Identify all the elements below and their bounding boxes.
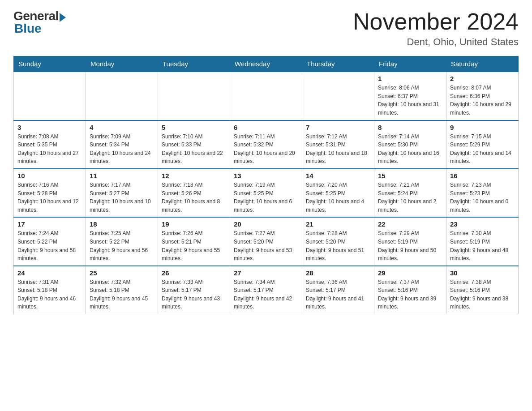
day-number: 26 — [162, 269, 226, 277]
title-section: November 2024 Dent, Ohio, United States — [353, 9, 519, 48]
logo-blue-text: Blue — [14, 21, 42, 36]
day-info: Sunrise: 7:29 AM Sunset: 5:19 PM Dayligh… — [378, 229, 442, 262]
calendar-cell — [230, 72, 302, 120]
calendar-cell: 6Sunrise: 7:11 AM Sunset: 5:32 PM Daylig… — [230, 120, 302, 169]
day-number: 28 — [306, 269, 370, 277]
day-info: Sunrise: 7:31 AM Sunset: 5:18 PM Dayligh… — [17, 278, 82, 311]
day-info: Sunrise: 7:38 AM Sunset: 5:16 PM Dayligh… — [450, 278, 515, 311]
day-number: 8 — [378, 124, 442, 131]
calendar-cell: 21Sunrise: 7:28 AM Sunset: 5:20 PM Dayli… — [302, 217, 374, 265]
day-number: 16 — [450, 172, 515, 180]
calendar-cell — [302, 72, 374, 120]
calendar-cell: 27Sunrise: 7:34 AM Sunset: 5:17 PM Dayli… — [230, 266, 302, 314]
calendar-week-row: 1Sunrise: 8:06 AM Sunset: 6:37 PM Daylig… — [14, 72, 519, 120]
day-number: 17 — [17, 220, 82, 228]
day-header-tuesday: Tuesday — [158, 56, 230, 72]
day-info: Sunrise: 7:15 AM Sunset: 5:29 PM Dayligh… — [450, 133, 515, 166]
calendar-cell: 25Sunrise: 7:32 AM Sunset: 5:18 PM Dayli… — [86, 266, 158, 314]
day-info: Sunrise: 7:21 AM Sunset: 5:24 PM Dayligh… — [378, 181, 442, 214]
calendar-cell — [158, 72, 230, 120]
day-number: 15 — [378, 172, 442, 180]
day-number: 30 — [450, 269, 515, 277]
day-number: 5 — [162, 124, 226, 131]
day-number: 2 — [450, 75, 515, 82]
calendar-cell: 10Sunrise: 7:16 AM Sunset: 5:28 PM Dayli… — [14, 169, 86, 217]
calendar-cell: 26Sunrise: 7:33 AM Sunset: 5:17 PM Dayli… — [158, 266, 230, 314]
calendar-week-row: 10Sunrise: 7:16 AM Sunset: 5:28 PM Dayli… — [14, 169, 519, 217]
logo-arrow-icon — [60, 13, 66, 22]
day-header-monday: Monday — [86, 56, 158, 72]
day-number: 11 — [90, 172, 154, 180]
day-number: 23 — [450, 220, 515, 228]
day-info: Sunrise: 7:32 AM Sunset: 5:18 PM Dayligh… — [90, 278, 154, 311]
day-info: Sunrise: 7:36 AM Sunset: 5:17 PM Dayligh… — [306, 278, 370, 311]
calendar-cell: 8Sunrise: 7:14 AM Sunset: 5:30 PM Daylig… — [374, 120, 446, 169]
day-info: Sunrise: 7:10 AM Sunset: 5:33 PM Dayligh… — [162, 133, 226, 166]
calendar-cell: 4Sunrise: 7:09 AM Sunset: 5:34 PM Daylig… — [86, 120, 158, 169]
day-info: Sunrise: 7:09 AM Sunset: 5:34 PM Dayligh… — [90, 133, 154, 166]
day-header-sunday: Sunday — [14, 56, 86, 72]
day-header-thursday: Thursday — [302, 56, 374, 72]
day-info: Sunrise: 8:07 AM Sunset: 6:36 PM Dayligh… — [450, 84, 515, 117]
day-info: Sunrise: 7:08 AM Sunset: 5:35 PM Dayligh… — [17, 133, 82, 166]
calendar-cell: 22Sunrise: 7:29 AM Sunset: 5:19 PM Dayli… — [374, 217, 446, 265]
day-header-saturday: Saturday — [446, 56, 519, 72]
calendar-cell: 19Sunrise: 7:26 AM Sunset: 5:21 PM Dayli… — [158, 217, 230, 265]
calendar-week-row: 17Sunrise: 7:24 AM Sunset: 5:22 PM Dayli… — [14, 217, 519, 265]
day-info: Sunrise: 7:19 AM Sunset: 5:25 PM Dayligh… — [234, 181, 298, 214]
calendar-cell: 20Sunrise: 7:27 AM Sunset: 5:20 PM Dayli… — [230, 217, 302, 265]
location-subtitle: Dent, Ohio, United States — [353, 36, 519, 48]
calendar-cell: 9Sunrise: 7:15 AM Sunset: 5:29 PM Daylig… — [446, 120, 519, 169]
day-number: 24 — [17, 269, 82, 277]
calendar-header-row: SundayMondayTuesdayWednesdayThursdayFrid… — [14, 56, 519, 72]
calendar-week-row: 3Sunrise: 7:08 AM Sunset: 5:35 PM Daylig… — [14, 120, 519, 169]
day-info: Sunrise: 7:26 AM Sunset: 5:21 PM Dayligh… — [162, 229, 226, 262]
day-number: 25 — [90, 269, 154, 277]
day-number: 27 — [234, 269, 298, 277]
day-info: Sunrise: 7:30 AM Sunset: 5:19 PM Dayligh… — [450, 229, 515, 262]
day-info: Sunrise: 7:12 AM Sunset: 5:31 PM Dayligh… — [306, 133, 370, 166]
calendar-cell: 18Sunrise: 7:25 AM Sunset: 5:22 PM Dayli… — [86, 217, 158, 265]
calendar-cell: 30Sunrise: 7:38 AM Sunset: 5:16 PM Dayli… — [446, 266, 519, 314]
calendar-cell: 1Sunrise: 8:06 AM Sunset: 6:37 PM Daylig… — [374, 72, 446, 120]
day-number: 9 — [450, 124, 515, 131]
calendar-cell: 16Sunrise: 7:23 AM Sunset: 5:23 PM Dayli… — [446, 169, 519, 217]
day-info: Sunrise: 7:24 AM Sunset: 5:22 PM Dayligh… — [17, 229, 82, 262]
day-number: 6 — [234, 124, 298, 131]
page-header: General Blue November 2024 Dent, Ohio, U… — [13, 9, 519, 48]
day-number: 18 — [90, 220, 154, 228]
day-info: Sunrise: 7:20 AM Sunset: 5:25 PM Dayligh… — [306, 181, 370, 214]
day-info: Sunrise: 7:33 AM Sunset: 5:17 PM Dayligh… — [162, 278, 226, 311]
day-header-friday: Friday — [374, 56, 446, 72]
calendar-week-row: 24Sunrise: 7:31 AM Sunset: 5:18 PM Dayli… — [14, 266, 519, 314]
day-info: Sunrise: 7:17 AM Sunset: 5:27 PM Dayligh… — [90, 181, 154, 214]
day-number: 7 — [306, 124, 370, 131]
day-info: Sunrise: 7:28 AM Sunset: 5:20 PM Dayligh… — [306, 229, 370, 262]
calendar-table: SundayMondayTuesdayWednesdayThursdayFrid… — [13, 56, 519, 314]
day-info: Sunrise: 7:34 AM Sunset: 5:17 PM Dayligh… — [234, 278, 298, 311]
day-number: 12 — [162, 172, 226, 180]
calendar-cell — [86, 72, 158, 120]
day-number: 3 — [17, 124, 82, 131]
calendar-cell: 12Sunrise: 7:18 AM Sunset: 5:26 PM Dayli… — [158, 169, 230, 217]
calendar-cell: 11Sunrise: 7:17 AM Sunset: 5:27 PM Dayli… — [86, 169, 158, 217]
day-info: Sunrise: 7:11 AM Sunset: 5:32 PM Dayligh… — [234, 133, 298, 166]
calendar-cell: 29Sunrise: 7:37 AM Sunset: 5:16 PM Dayli… — [374, 266, 446, 314]
day-info: Sunrise: 7:25 AM Sunset: 5:22 PM Dayligh… — [90, 229, 154, 262]
day-info: Sunrise: 7:37 AM Sunset: 5:16 PM Dayligh… — [378, 278, 442, 311]
calendar-cell: 15Sunrise: 7:21 AM Sunset: 5:24 PM Dayli… — [374, 169, 446, 217]
day-info: Sunrise: 7:27 AM Sunset: 5:20 PM Dayligh… — [234, 229, 298, 262]
main-title: November 2024 — [353, 9, 519, 34]
day-number: 10 — [17, 172, 82, 180]
calendar-cell: 13Sunrise: 7:19 AM Sunset: 5:25 PM Dayli… — [230, 169, 302, 217]
calendar-cell: 5Sunrise: 7:10 AM Sunset: 5:33 PM Daylig… — [158, 120, 230, 169]
calendar-cell: 7Sunrise: 7:12 AM Sunset: 5:31 PM Daylig… — [302, 120, 374, 169]
day-number: 14 — [306, 172, 370, 180]
calendar-cell — [14, 72, 86, 120]
day-number: 19 — [162, 220, 226, 228]
day-info: Sunrise: 8:06 AM Sunset: 6:37 PM Dayligh… — [378, 84, 442, 117]
calendar-cell: 3Sunrise: 7:08 AM Sunset: 5:35 PM Daylig… — [14, 120, 86, 169]
calendar-cell: 23Sunrise: 7:30 AM Sunset: 5:19 PM Dayli… — [446, 217, 519, 265]
calendar-cell: 28Sunrise: 7:36 AM Sunset: 5:17 PM Dayli… — [302, 266, 374, 314]
day-info: Sunrise: 7:18 AM Sunset: 5:26 PM Dayligh… — [162, 181, 226, 214]
